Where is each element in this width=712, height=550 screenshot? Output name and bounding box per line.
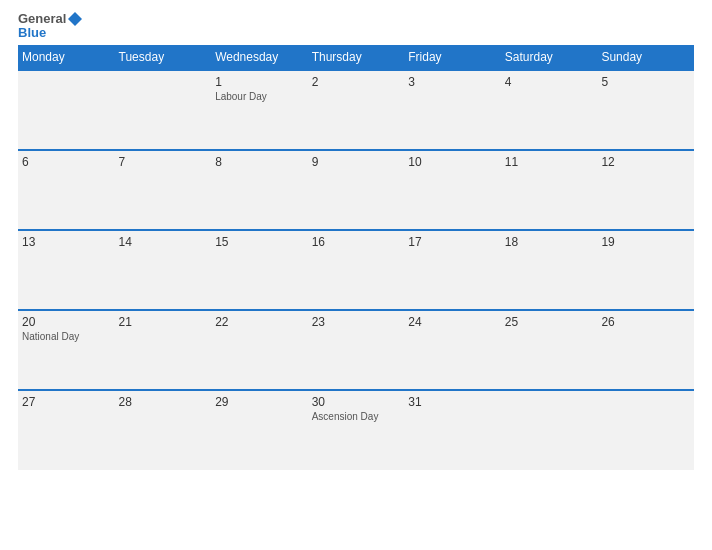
calendar-cell: 9 (308, 150, 405, 230)
day-event: Labour Day (215, 91, 304, 102)
day-number: 31 (408, 395, 497, 409)
day-number: 28 (119, 395, 208, 409)
weekday-header-wednesday: Wednesday (211, 45, 308, 70)
weekday-header-tuesday: Tuesday (115, 45, 212, 70)
calendar-cell: 19 (597, 230, 694, 310)
day-number: 1 (215, 75, 304, 89)
day-event: National Day (22, 331, 111, 342)
calendar-cell: 5 (597, 70, 694, 150)
day-number: 17 (408, 235, 497, 249)
calendar-header: MondayTuesdayWednesdayThursdayFridaySatu… (18, 45, 694, 70)
calendar-cell: 11 (501, 150, 598, 230)
calendar-cell: 30Ascension Day (308, 390, 405, 470)
calendar-body: 1Labour Day23456789101112131415161718192… (18, 70, 694, 470)
weekday-header-thursday: Thursday (308, 45, 405, 70)
day-number: 13 (22, 235, 111, 249)
calendar-cell: 29 (211, 390, 308, 470)
day-number: 29 (215, 395, 304, 409)
logo-general: General (18, 10, 82, 26)
weekday-header-row: MondayTuesdayWednesdayThursdayFridaySatu… (18, 45, 694, 70)
calendar-cell: 12 (597, 150, 694, 230)
day-number: 6 (22, 155, 111, 169)
calendar-cell: 3 (404, 70, 501, 150)
weekday-header-monday: Monday (18, 45, 115, 70)
day-number: 5 (601, 75, 690, 89)
day-number: 3 (408, 75, 497, 89)
calendar-cell: 23 (308, 310, 405, 390)
day-number: 12 (601, 155, 690, 169)
calendar-cell: 14 (115, 230, 212, 310)
calendar-cell: 28 (115, 390, 212, 470)
week-row-5: 27282930Ascension Day31 (18, 390, 694, 470)
calendar-cell (501, 390, 598, 470)
day-number: 26 (601, 315, 690, 329)
day-number: 8 (215, 155, 304, 169)
day-number: 2 (312, 75, 401, 89)
calendar-cell: 22 (211, 310, 308, 390)
day-number: 24 (408, 315, 497, 329)
calendar-cell: 7 (115, 150, 212, 230)
week-row-1: 1Labour Day2345 (18, 70, 694, 150)
day-number: 22 (215, 315, 304, 329)
calendar-cell: 13 (18, 230, 115, 310)
day-number: 7 (119, 155, 208, 169)
week-row-3: 13141516171819 (18, 230, 694, 310)
calendar-table: MondayTuesdayWednesdayThursdayFridaySatu… (18, 45, 694, 470)
calendar-cell: 27 (18, 390, 115, 470)
day-number: 4 (505, 75, 594, 89)
calendar-cell: 20National Day (18, 310, 115, 390)
calendar-cell (18, 70, 115, 150)
calendar-page: General Blue MondayTuesdayWednesdayThurs… (0, 0, 712, 550)
day-event: Ascension Day (312, 411, 401, 422)
calendar-cell: 6 (18, 150, 115, 230)
day-number: 21 (119, 315, 208, 329)
calendar-cell: 31 (404, 390, 501, 470)
week-row-4: 20National Day212223242526 (18, 310, 694, 390)
logo: General Blue (18, 10, 82, 39)
calendar-cell: 25 (501, 310, 598, 390)
calendar-cell: 24 (404, 310, 501, 390)
header: General Blue (18, 10, 694, 39)
day-number: 20 (22, 315, 111, 329)
calendar-cell (115, 70, 212, 150)
day-number: 30 (312, 395, 401, 409)
calendar-cell: 15 (211, 230, 308, 310)
day-number: 14 (119, 235, 208, 249)
day-number: 25 (505, 315, 594, 329)
weekday-header-sunday: Sunday (597, 45, 694, 70)
svg-marker-0 (68, 12, 82, 26)
calendar-cell: 16 (308, 230, 405, 310)
weekday-header-saturday: Saturday (501, 45, 598, 70)
day-number: 16 (312, 235, 401, 249)
calendar-cell: 18 (501, 230, 598, 310)
day-number: 27 (22, 395, 111, 409)
week-row-2: 6789101112 (18, 150, 694, 230)
calendar-cell: 4 (501, 70, 598, 150)
calendar-cell: 1Labour Day (211, 70, 308, 150)
calendar-cell: 26 (597, 310, 694, 390)
calendar-cell: 2 (308, 70, 405, 150)
day-number: 11 (505, 155, 594, 169)
logo-blue: Blue (18, 26, 46, 39)
day-number: 19 (601, 235, 690, 249)
calendar-cell: 17 (404, 230, 501, 310)
day-number: 23 (312, 315, 401, 329)
weekday-header-friday: Friday (404, 45, 501, 70)
day-number: 10 (408, 155, 497, 169)
day-number: 9 (312, 155, 401, 169)
calendar-cell: 8 (211, 150, 308, 230)
day-number: 15 (215, 235, 304, 249)
day-number: 18 (505, 235, 594, 249)
calendar-cell: 21 (115, 310, 212, 390)
calendar-cell: 10 (404, 150, 501, 230)
calendar-cell (597, 390, 694, 470)
